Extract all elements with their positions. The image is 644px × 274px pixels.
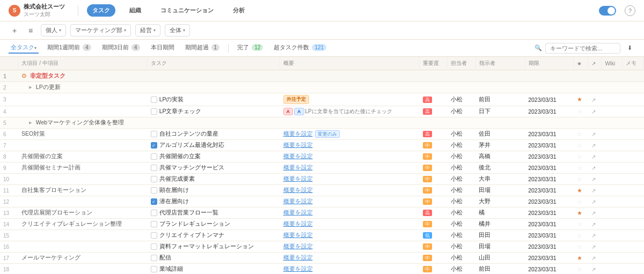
personal-dropdown[interactable]: 個人 ▾ — [41, 24, 66, 36]
task-memo[interactable] — [623, 208, 644, 219]
flag-empty[interactable]: ☆ — [577, 108, 582, 115]
nav-tab-task[interactable]: タスク — [87, 4, 115, 17]
task-wiki[interactable] — [602, 93, 623, 106]
task-name[interactable]: 共催開催の立案 — [148, 151, 280, 162]
task-link-icon[interactable]: ↗ — [588, 140, 602, 151]
task-memo[interactable] — [623, 185, 644, 196]
task-name[interactable]: 共催完成要素 — [148, 174, 280, 185]
task-summary-link[interactable]: 概要を設定 — [283, 142, 313, 148]
task-summary-link[interactable]: 概要を設定 — [283, 254, 313, 261]
task-summary-link[interactable]: 概要を設定 — [283, 164, 313, 171]
task-wiki[interactable] — [602, 151, 623, 162]
flag-star[interactable]: ★ — [577, 255, 582, 261]
add-task-button[interactable]: + — [9, 25, 20, 36]
task-wiki[interactable] — [602, 106, 623, 117]
task-flag[interactable]: ☆ — [574, 264, 588, 275]
task-summary-link[interactable]: 概要を設定 — [283, 187, 313, 193]
flag-empty[interactable]: ☆ — [577, 266, 582, 272]
task-flag[interactable]: ☆ — [574, 140, 588, 151]
task-name[interactable]: ✓潜在層向け — [148, 196, 280, 208]
task-checkbox[interactable] — [151, 165, 157, 171]
task-wiki[interactable] — [602, 162, 623, 174]
download-button[interactable]: ⬇ — [624, 42, 635, 54]
task-flag[interactable]: ☆ — [574, 241, 588, 253]
task-memo[interactable] — [623, 241, 644, 253]
task-name[interactable]: 資料フォーマットレギュレーション — [148, 241, 280, 253]
task-summary-link[interactable]: 概要を設定 — [283, 153, 313, 159]
filter-1week[interactable]: 期間1週間前 4 — [45, 42, 93, 54]
task-link-icon[interactable]: ↗ — [588, 253, 602, 264]
task-summary-link[interactable]: 概要を設定 — [283, 265, 313, 272]
task-wiki[interactable] — [602, 230, 623, 241]
flag-empty[interactable]: ☆ — [577, 232, 582, 239]
task-checkbox[interactable] — [151, 210, 157, 216]
task-flag[interactable]: ★ — [574, 185, 588, 196]
task-flag[interactable]: ☆ — [574, 219, 588, 230]
task-memo[interactable] — [623, 196, 644, 208]
task-memo[interactable] — [623, 162, 644, 174]
filter-overdue[interactable]: 期間超過 1 — [183, 42, 222, 54]
flag-empty[interactable]: ☆ — [577, 142, 582, 149]
nav-tab-analysis[interactable]: 分析 — [228, 4, 250, 17]
filter-completed[interactable]: 完了 12 — [235, 42, 265, 54]
task-memo[interactable] — [623, 253, 644, 264]
marketing-dept-dropdown[interactable]: マーケティング部 ▾ — [70, 24, 131, 36]
task-wiki[interactable] — [602, 241, 623, 253]
theme-toggle[interactable] — [599, 6, 616, 16]
task-checkbox[interactable]: ✓ — [151, 142, 157, 149]
task-summary-link[interactable]: 概要を設定 — [283, 220, 313, 227]
task-wiki[interactable] — [602, 219, 623, 230]
subsection-expand-icon[interactable]: ▸ — [29, 84, 32, 90]
task-name[interactable]: 共催マッチングサービス — [148, 162, 280, 174]
task-name[interactable]: 自社コンテンツの量産 — [148, 129, 280, 140]
task-checkbox[interactable] — [151, 232, 157, 239]
task-checkbox[interactable] — [151, 108, 157, 115]
task-link-icon[interactable]: ↗ — [588, 219, 602, 230]
help-icon[interactable]: ? — [625, 5, 635, 16]
task-link-icon[interactable]: ↗ — [588, 208, 602, 219]
task-checkbox[interactable] — [151, 131, 157, 137]
task-wiki[interactable] — [602, 185, 623, 196]
flag-empty[interactable]: ☆ — [577, 153, 582, 160]
task-flag[interactable]: ☆ — [574, 151, 588, 162]
filter-3days[interactable]: 期間3日前 4 — [100, 42, 142, 54]
task-name[interactable]: ✓アルゴリズム最適化対応 — [148, 140, 280, 151]
task-checkbox[interactable] — [151, 176, 157, 182]
task-flag[interactable]: ★ — [574, 253, 588, 264]
task-memo[interactable] — [623, 264, 644, 275]
flag-empty[interactable]: ☆ — [577, 221, 582, 227]
task-wiki[interactable] — [602, 174, 623, 185]
task-summary-link[interactable]: 概要を設定 — [283, 232, 313, 238]
all-dropdown[interactable]: 全体 ▾ — [165, 24, 190, 36]
flag-star[interactable]: ★ — [577, 187, 582, 194]
task-checkbox[interactable] — [151, 153, 157, 160]
task-link-icon[interactable]: ↗ — [588, 185, 602, 196]
task-link-icon[interactable]: ↗ — [588, 174, 602, 185]
task-wiki[interactable] — [602, 264, 623, 275]
task-name[interactable]: 顕在層向け — [148, 185, 280, 196]
task-flag[interactable]: ☆ — [574, 196, 588, 208]
task-wiki[interactable] — [602, 208, 623, 219]
task-checkbox[interactable] — [151, 255, 157, 261]
management-dropdown[interactable]: 経営 ▾ — [135, 24, 160, 36]
task-memo[interactable] — [623, 129, 644, 140]
task-summary-link[interactable]: 概要を設定 — [283, 130, 313, 137]
task-summary-link[interactable]: 概要を設定 — [283, 175, 313, 182]
task-link-icon[interactable]: ↗ — [588, 241, 602, 253]
task-memo[interactable] — [623, 151, 644, 162]
task-memo[interactable] — [623, 219, 644, 230]
nav-tab-org[interactable]: 組織 — [124, 4, 147, 17]
task-wiki[interactable] — [602, 196, 623, 208]
filter-today[interactable]: 本日期間 — [149, 42, 177, 54]
task-name[interactable]: 代理店営業フロー一覧 — [148, 208, 280, 219]
task-name[interactable]: 配信 — [148, 253, 280, 264]
flag-empty[interactable]: ☆ — [577, 243, 582, 250]
task-checkbox[interactable] — [151, 187, 157, 194]
task-wiki[interactable] — [602, 129, 623, 140]
task-flag[interactable]: ☆ — [574, 230, 588, 241]
task-name[interactable]: 業域詳細 — [148, 264, 280, 275]
task-name[interactable]: LP文章チェック — [148, 106, 280, 117]
task-wiki[interactable] — [602, 253, 623, 264]
task-memo[interactable] — [623, 230, 644, 241]
task-link-icon[interactable]: ↗ — [588, 93, 602, 106]
